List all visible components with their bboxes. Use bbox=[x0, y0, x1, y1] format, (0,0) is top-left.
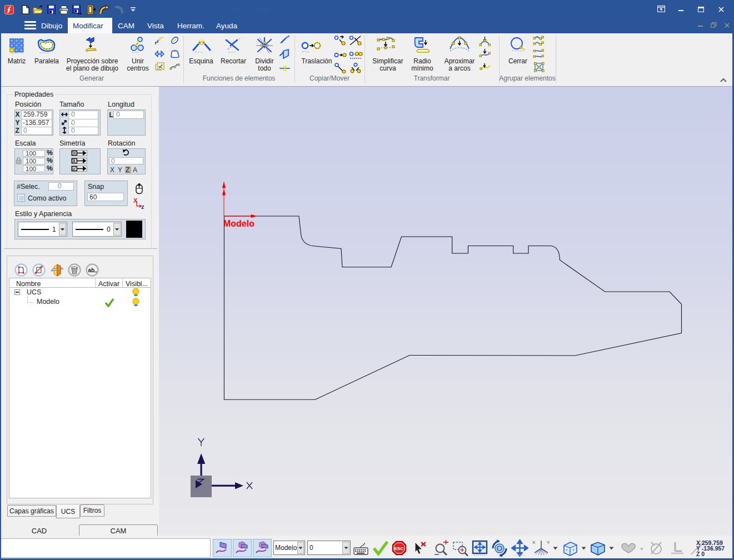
svg-text:X: X bbox=[532, 540, 536, 545]
svg-text:z: z bbox=[141, 203, 144, 209]
svg-text:ESC: ESC bbox=[395, 546, 404, 551]
svg-text:Modelo: Modelo bbox=[223, 219, 254, 228]
svg-text:Y: Y bbox=[547, 540, 550, 545]
svg-text:X: X bbox=[133, 197, 138, 204]
svg-text:ab: ab bbox=[88, 267, 95, 273]
